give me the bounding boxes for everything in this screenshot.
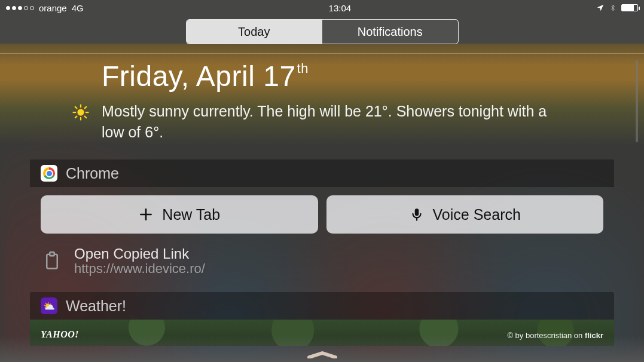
date-ordinal: th — [297, 61, 309, 76]
open-copied-label: Open Copied Link — [74, 246, 205, 262]
voice-search-label: Voice Search — [433, 206, 521, 223]
svg-line-8 — [85, 107, 87, 109]
tab-today[interactable]: Today — [187, 20, 322, 44]
weather-widget-title: Weather! — [66, 297, 126, 315]
svg-rect-11 — [414, 208, 419, 216]
voice-search-button[interactable]: Voice Search — [326, 195, 604, 234]
weather-widget-header: ⛅ Weather! — [30, 292, 614, 320]
svg-line-7 — [75, 116, 77, 118]
carrier-label: orange — [39, 3, 67, 13]
chrome-widget: Chrome New Tab Voice Search Open Copied … — [30, 159, 614, 286]
weather-widget-image: YAHOO! © by bortescristian on flickr — [30, 320, 614, 346]
yahoo-weather-app-icon: ⛅ — [41, 297, 57, 314]
clock: 13:04 — [84, 3, 596, 13]
svg-rect-14 — [50, 252, 54, 256]
microphone-icon — [409, 207, 425, 222]
date-text: Friday, April 17 — [102, 60, 296, 92]
new-tab-label: New Tab — [162, 206, 220, 223]
chrome-widget-header: Chrome — [30, 159, 614, 187]
svg-line-5 — [75, 107, 77, 109]
location-icon — [596, 4, 605, 12]
battery-icon — [621, 4, 638, 11]
sun-icon — [72, 103, 90, 121]
today-date: Friday, April 17th — [102, 60, 614, 93]
chrome-app-icon — [41, 165, 57, 182]
photo-credit: © by bortescristian on flickr — [507, 331, 603, 340]
scroll-indicator[interactable] — [636, 60, 638, 142]
tab-notifications[interactable]: Notifications — [322, 20, 458, 44]
weather-summary: Mostly sunny currently. The high will be… — [102, 101, 548, 143]
plus-icon — [138, 207, 154, 222]
bluetooth-icon — [609, 3, 616, 13]
svg-line-6 — [85, 116, 87, 118]
chrome-widget-title: Chrome — [66, 165, 119, 182]
network-label: 4G — [72, 3, 84, 13]
copied-url: https://www.idevice.ro/ — [74, 261, 205, 277]
new-tab-button[interactable]: New Tab — [41, 195, 318, 234]
weather-widget: ⛅ Weather! YAHOO! © by bortescristian on… — [30, 292, 614, 346]
open-copied-link-button[interactable]: Open Copied Link https://www.idevice.ro/ — [41, 246, 603, 277]
clipboard-icon — [43, 250, 61, 272]
signal-strength-icon — [6, 6, 34, 10]
svg-point-0 — [77, 109, 84, 115]
yahoo-logo: YAHOO! — [41, 329, 79, 340]
status-bar: orange 4G 13:04 — [0, 0, 644, 16]
today-notifications-tabs: Today Notifications — [186, 19, 459, 44]
pull-handle[interactable] — [307, 351, 338, 358]
